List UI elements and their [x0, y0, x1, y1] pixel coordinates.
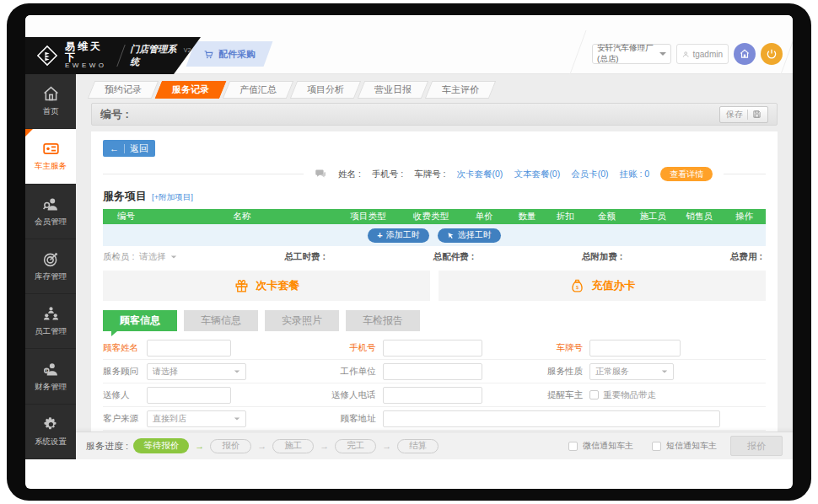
- advisor-field-label: 服务顾问: [103, 366, 147, 378]
- select-labor-button[interactable]: 选择工时: [438, 228, 501, 243]
- brand-name-cn: 易维天下: [65, 41, 112, 62]
- svg-text:$: $: [45, 367, 47, 373]
- sidebar-item-inventory[interactable]: 库存管理: [25, 239, 76, 294]
- house-icon: [42, 85, 60, 103]
- sidebar-item-owner-services[interactable]: 车主服务: [25, 129, 76, 184]
- view-details-button[interactable]: 查看详情: [660, 167, 713, 181]
- inspector-select[interactable]: 请选择: [139, 251, 177, 263]
- tab-appointment-records[interactable]: 预约记录: [88, 81, 159, 99]
- phone-input[interactable]: [383, 340, 482, 357]
- svg-text:$: $: [575, 285, 578, 290]
- add-labor-button[interactable]: 添加工时: [368, 228, 428, 243]
- record-number-label: 编号 :: [100, 107, 129, 122]
- sender-input[interactable]: [147, 387, 231, 404]
- service-items-header: 服务项目 [+附加项目]: [103, 189, 766, 204]
- remind-owner-field-label: 提醒车主: [534, 389, 583, 401]
- col-discount: 折扣: [547, 211, 584, 223]
- col-actions: 操作: [723, 211, 766, 223]
- parts-purchase-button[interactable]: 配件采购: [186, 41, 273, 67]
- sidebar-item-finance[interactable]: $ 财务管理: [25, 349, 76, 404]
- customer-address-input[interactable]: [383, 410, 720, 427]
- sms-notify-checkbox[interactable]: [652, 442, 661, 451]
- store-select-dropdown[interactable]: 安轩汽车修理厂(总店): [592, 44, 671, 64]
- tab-daily-report[interactable]: 营业日报: [358, 81, 428, 99]
- tab-photos[interactable]: 实录照片: [265, 310, 339, 331]
- power-icon: [766, 48, 778, 60]
- customer-source-select[interactable]: 直接到店: [147, 410, 246, 427]
- promo-row: 次卡套餐 $ 充值办卡: [103, 271, 766, 301]
- wechat-notify-label: 微信通知车主: [583, 440, 633, 452]
- tab-output-summary[interactable]: 产值汇总: [223, 81, 293, 99]
- tab-customer-info[interactable]: 顾客信息: [103, 310, 177, 331]
- advisor-select[interactable]: 请选择: [147, 363, 246, 380]
- parts-purchase-label: 配件采购: [218, 48, 256, 61]
- chevron-down-icon: [659, 52, 666, 56]
- customer-name-label: 姓名 :: [338, 169, 361, 180]
- recharge-card-button[interactable]: $ 充值办卡: [439, 271, 766, 301]
- work-unit-field-label: 工作单位: [315, 366, 376, 378]
- col-unit-price: 单价: [460, 211, 507, 223]
- settings-gear-icon: [42, 416, 60, 433]
- tab-project-analysis[interactable]: 项目分析: [290, 81, 361, 99]
- sidebar-item-label: 财务管理: [35, 382, 67, 393]
- times-card-package-label: 次卡套餐: [256, 278, 300, 293]
- progress-step-settlement: 结算: [397, 439, 439, 453]
- staff-group-icon: [42, 305, 60, 323]
- tab-inspection-report[interactable]: 车检报告: [346, 310, 420, 331]
- tab-owner-reviews[interactable]: 车主评价: [425, 81, 496, 99]
- sender-phone-input[interactable]: [383, 387, 482, 404]
- sidebar-item-label: 首页: [43, 106, 59, 117]
- form-row: 顾客姓名 手机号 车牌号: [103, 336, 766, 360]
- inventory-target-icon: [42, 250, 60, 268]
- customer-source-field-label: 客户来源: [103, 413, 147, 425]
- service-nature-field-label: 服务性质: [534, 366, 583, 378]
- sidebar-item-staff[interactable]: 员工管理: [25, 294, 76, 349]
- add-extra-item-link[interactable]: [+附加项目]: [152, 192, 193, 203]
- valuables-checkbox[interactable]: [589, 390, 599, 399]
- store-select-value: 安轩汽车修理厂(总店): [597, 43, 659, 65]
- save-button[interactable]: 保存: [719, 106, 768, 123]
- sidebar-item-home[interactable]: 首页: [25, 74, 76, 129]
- home-button[interactable]: [734, 43, 756, 65]
- progress-current-step: 等待报价: [133, 438, 189, 453]
- divider-line: [724, 174, 766, 174]
- customer-name-input[interactable]: [147, 340, 231, 357]
- chevron-down-icon: [662, 370, 667, 373]
- customer-plate-label: 车牌号 :: [414, 169, 445, 180]
- sidebar-item-label: 库存管理: [35, 271, 67, 282]
- save-button-label: 保存: [726, 109, 743, 121]
- service-record-card: 返回 姓名 : 手机号 : 车牌号 : 次卡套餐(0) 文本套餐(0) 会员卡(…: [91, 131, 778, 459]
- quote-submit-button[interactable]: 报价: [730, 436, 783, 456]
- back-button-divider: [124, 144, 125, 153]
- credit-balance-label: 挂账 : 0: [620, 169, 650, 180]
- arrow-right-icon: [382, 441, 391, 451]
- tab-vehicle-info[interactable]: 车辆信息: [184, 310, 258, 331]
- times-card-package-button[interactable]: 次卡套餐: [103, 271, 430, 301]
- text-package-link[interactable]: 文本套餐(0): [514, 169, 560, 180]
- brand-name-en: EWEWO: [65, 62, 112, 69]
- current-user-box[interactable]: tgadmin: [676, 44, 729, 64]
- chevron-down-icon: [171, 255, 176, 258]
- sidebar-item-members[interactable]: 会员管理: [25, 185, 76, 239]
- member-card-link[interactable]: 会员卡(0): [571, 169, 608, 180]
- work-unit-input[interactable]: [383, 363, 482, 380]
- sidebar-item-label: 员工管理: [35, 326, 67, 337]
- tab-service-records[interactable]: 服务记录: [155, 81, 226, 99]
- plate-field-label: 车牌号: [534, 342, 583, 354]
- recharge-card-label: 充值办卡: [592, 278, 636, 293]
- save-floppy-icon: [752, 110, 761, 119]
- top-header: 易维天下 EWEWO 门店管理系统 V2.0.0 配件采购: [25, 15, 793, 74]
- sidebar-item-settings[interactable]: 系统设置: [25, 405, 76, 459]
- wechat-notify-checkbox[interactable]: [568, 442, 578, 451]
- plate-input[interactable]: [589, 340, 681, 357]
- sidebar-nav: 首页 车主服务 会员管理 库存管理: [25, 74, 76, 459]
- logout-button[interactable]: [761, 43, 783, 65]
- brand-logo-diamond-icon: [35, 44, 59, 67]
- chevron-down-icon: [234, 417, 239, 420]
- col-project-type: 项目类型: [335, 211, 401, 223]
- service-nature-select[interactable]: 正常服务: [589, 363, 674, 380]
- member-search-icon: [42, 196, 60, 213]
- times-card-package-link[interactable]: 次卡套餐(0): [457, 169, 503, 180]
- service-items-empty-row: 添加工时 选择工时: [103, 224, 766, 246]
- back-button[interactable]: 返回: [103, 140, 155, 157]
